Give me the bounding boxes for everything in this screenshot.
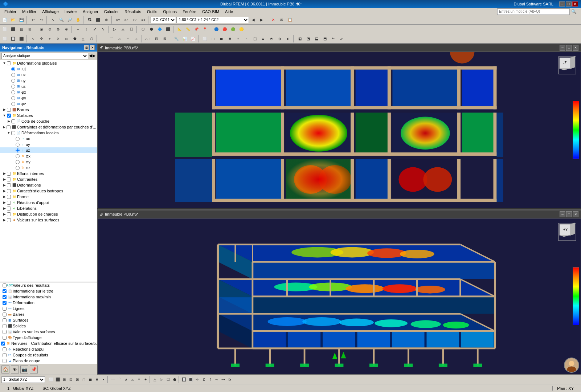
tb-prev[interactable]: ◀: [249, 16, 257, 24]
bt-7[interactable]: ◼: [87, 376, 94, 383]
expand-cote[interactable]: ▶: [7, 119, 11, 123]
tb-undo[interactable]: ↩: [29, 16, 37, 24]
nav-prev-button[interactable]: ◀: [89, 53, 92, 58]
tb-next[interactable]: ▶: [258, 16, 266, 24]
tb2-23[interactable]: 📍: [201, 25, 209, 33]
display-solides[interactable]: ⬛ Solides: [0, 323, 97, 329]
tree-deformations-locales[interactable]: ▼ 📄 Déformations locales: [0, 130, 97, 136]
bt-21[interactable]: 🔳: [187, 376, 194, 383]
tb2-20[interactable]: 📐: [176, 25, 184, 33]
expand-contraintes[interactable]: ▶: [2, 125, 6, 129]
tree-contraintes2[interactable]: ▶ 📁 Contraintes: [0, 176, 97, 182]
close-button[interactable]: ✕: [572, 1, 578, 7]
chk-surfaces2[interactable]: [3, 318, 7, 322]
tb2-25[interactable]: 🔴: [221, 25, 229, 33]
tb2-6[interactable]: ⊙: [46, 25, 54, 33]
tb2-13[interactable]: ▷: [111, 25, 119, 33]
tb2-27[interactable]: 🟡: [237, 25, 245, 33]
tree-phix[interactable]: ⊞ φx: [0, 89, 97, 95]
expand-barres[interactable]: ▶: [2, 107, 7, 112]
menu-aide[interactable]: Aide: [222, 9, 236, 15]
tb3-22[interactable]: 📈: [189, 35, 197, 43]
tree-forme[interactable]: ▶ 📁 Forme: [0, 194, 97, 200]
expand-caract[interactable]: ▶: [2, 189, 7, 193]
bt-6[interactable]: ◻: [81, 376, 87, 383]
tb-pan[interactable]: ✋: [74, 16, 82, 24]
tb3-36[interactable]: ⬓: [312, 35, 320, 43]
checkbox-distribution[interactable]: [7, 212, 11, 216]
tb3-28[interactable]: ▫: [242, 35, 250, 43]
tb3-31[interactable]: ⬘: [267, 35, 275, 43]
chk-nervures[interactable]: [1, 342, 5, 346]
tb2-8[interactable]: ⊗: [62, 25, 70, 33]
viewport-bottom-content[interactable]: +Y: [98, 219, 581, 375]
tb3-39[interactable]: ⬐: [337, 35, 345, 43]
display-type-affichage[interactable]: 🎨 Type d'affichage: [0, 335, 97, 340]
tb3-17[interactable]: A→: [144, 35, 152, 43]
tb2-17[interactable]: ⬢: [147, 25, 155, 33]
tb-cross[interactable]: ✕: [269, 16, 277, 24]
bt-1[interactable]: ⬜: [48, 376, 54, 383]
bt-16[interactable]: △: [152, 376, 158, 383]
tb-select[interactable]: ↖: [49, 16, 57, 24]
tb3-35[interactable]: ⬔: [304, 35, 312, 43]
tree-valeurs-surf[interactable]: ▶ ★ Valeurs sur les surfaces: [0, 217, 97, 223]
tb3-19[interactable]: ⊠: [161, 35, 169, 43]
tb3-16[interactable]: ⌕: [132, 35, 140, 43]
search-icon[interactable]: 🔍: [571, 9, 577, 14]
checkbox-reactions[interactable]: [7, 201, 11, 205]
tb3-18[interactable]: ⊡: [152, 35, 160, 43]
tb-report[interactable]: 📋: [286, 16, 294, 24]
tree-barres[interactable]: ▶ 🟫 Barres: [0, 107, 97, 113]
tb3-5[interactable]: ✛: [37, 35, 45, 43]
expand-forme[interactable]: ▶: [2, 195, 7, 199]
chk-type-affichage[interactable]: [3, 336, 7, 340]
minimize-button[interactable]: ─: [559, 1, 565, 7]
vp-top-close[interactable]: ✕: [573, 45, 578, 51]
expand-liberations[interactable]: ▶: [2, 206, 7, 211]
menu-fenetre[interactable]: Fenêtre: [180, 9, 199, 15]
bt-15[interactable]: ✦: [142, 376, 149, 383]
tb2-16[interactable]: ⬡: [139, 25, 147, 33]
tb2-2[interactable]: ⬛: [9, 25, 17, 33]
nav-close-button[interactable]: ✕: [90, 45, 95, 50]
checkbox-forme[interactable]: [7, 195, 11, 199]
chk-coupes[interactable]: [3, 353, 7, 357]
bt-12[interactable]: ∧: [123, 376, 129, 383]
radio-phiy[interactable]: [11, 96, 15, 100]
chk-info-max[interactable]: [3, 295, 7, 299]
maximize-button[interactable]: □: [566, 1, 572, 7]
bt-9[interactable]: ▪: [100, 376, 107, 383]
tree-surfaces[interactable]: ▼ 📁 Surfaces: [0, 113, 97, 118]
tb3-1[interactable]: ⬜: [1, 35, 9, 43]
tb2-7[interactable]: ⊕: [54, 25, 62, 33]
checkbox-deform-locales[interactable]: [11, 131, 15, 135]
tb3-27[interactable]: ▪: [234, 35, 242, 43]
tb-view-xy[interactable]: XY: [114, 16, 122, 24]
radio-phiy2[interactable]: [16, 160, 20, 164]
expand-deformations2[interactable]: ▶: [2, 183, 7, 187]
expand-efforts[interactable]: ▶: [2, 171, 7, 176]
tb-wire[interactable]: ⬛: [94, 16, 102, 24]
tree-phix2[interactable]: ↻ φx: [0, 153, 97, 159]
search-input[interactable]: [497, 8, 570, 15]
tree-ux[interactable]: ⊞ ux: [0, 72, 97, 78]
radio-phiz2[interactable]: [16, 166, 20, 170]
bt-5[interactable]: ⊠: [74, 376, 81, 383]
tb2-5[interactable]: ◉: [37, 25, 45, 33]
tb2-19[interactable]: ⬛: [164, 25, 172, 33]
tb3-8[interactable]: ▭: [62, 35, 70, 43]
tb3-2[interactable]: 🔲: [9, 35, 17, 43]
display-surfaces2[interactable]: ▦ Surfaces: [0, 317, 97, 323]
bt-26[interactable]: ⊶: [220, 376, 226, 383]
bt-13[interactable]: ⌓: [129, 376, 136, 383]
tb2-3[interactable]: ▦: [17, 25, 25, 33]
tree-caract[interactable]: ▶ 📁 Caractéristiques isotropes: [0, 188, 97, 194]
radio-phix2[interactable]: [16, 154, 20, 158]
bt-27[interactable]: ⊵: [226, 376, 233, 383]
combo-sc[interactable]: SC: CO112: [151, 17, 176, 23]
tb3-9[interactable]: ⬟: [71, 35, 79, 43]
chk-plans-coupe[interactable]: [3, 359, 7, 363]
tb3-38[interactable]: ⬑: [329, 35, 337, 43]
tb2-10[interactable]: ↕: [82, 25, 90, 33]
